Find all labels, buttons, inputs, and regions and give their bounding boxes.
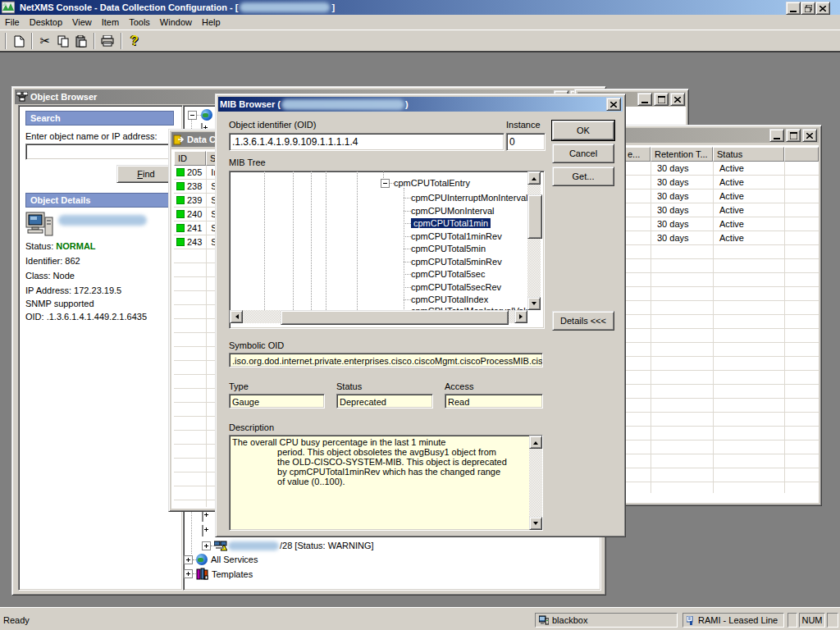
mib-tree-item[interactable]: cpmCPUInterruptMonIntervalV (404, 193, 527, 203)
redacted-node-name (281, 99, 404, 110)
table-row[interactable]: 30 days (657, 219, 689, 229)
dci-row[interactable]: 238S (176, 181, 217, 191)
scroll-up-button[interactable] (529, 436, 542, 449)
connection-icon (687, 616, 696, 625)
main-title: NetXMS Console - Data Collection Configu… (20, 2, 238, 12)
mib-tree-item[interactable]: cpmCPUMonInterval (404, 206, 494, 216)
table-row[interactable]: 30 days (657, 177, 689, 187)
dci-row[interactable]: 239S (176, 195, 217, 205)
table-row[interactable]: 30 days (657, 233, 689, 243)
rt-close-button[interactable] (802, 129, 817, 142)
column-header-empty (784, 147, 819, 162)
mib-tree-item-selected[interactable]: cpmCPUTotal1min (404, 218, 491, 228)
table-row[interactable]: 30 days (657, 205, 689, 215)
scroll-left-button[interactable] (230, 310, 243, 323)
collapse-icon[interactable] (381, 179, 390, 188)
description-label: Description (229, 422, 274, 432)
data-collection-title: Data C (187, 135, 216, 144)
mib-tree-item[interactable]: cpmCPUTotal5min (404, 244, 486, 253)
instance-input[interactable] (506, 133, 546, 151)
help-button[interactable]: ? (126, 32, 144, 50)
mib-node-label: cpmCPUInterruptMonIntervalV (411, 193, 527, 203)
mib-tree-item[interactable]: cpmCPUTotal5minRev (404, 257, 502, 267)
mib-tree-hscrollbar[interactable] (230, 310, 527, 323)
close-button[interactable] (815, 2, 830, 15)
mib-tree-item[interactable]: cpmCPUTotal5sec (404, 269, 485, 279)
search-input[interactable] (25, 144, 176, 160)
dci-row[interactable]: 243S (176, 237, 217, 247)
restore-button[interactable] (801, 2, 815, 15)
mib-tree-parent[interactable]: cpmCPUTotalEntry (381, 178, 470, 188)
rt-maximize-button[interactable] (786, 129, 801, 142)
expand-icon[interactable] (184, 555, 193, 564)
scroll-thumb[interactable] (527, 194, 542, 239)
node-snmp: SNMP supported (25, 299, 94, 308)
menu-desktop[interactable]: Desktop (25, 16, 67, 29)
scroll-thumb[interactable] (281, 310, 509, 325)
mib-tree-vscrollbar[interactable] (527, 171, 541, 310)
new-document-button[interactable] (10, 32, 29, 50)
oid-input[interactable] (229, 133, 504, 151)
menu-item[interactable]: Item (97, 16, 124, 29)
description-vscrollbar[interactable] (529, 436, 542, 530)
paste-button[interactable] (72, 32, 90, 50)
status-led-icon (176, 196, 185, 204)
bw-maximize-button[interactable] (654, 93, 669, 106)
find-button[interactable]: Find (116, 165, 176, 183)
toolbar-separator (94, 33, 95, 49)
bw-minimize-button[interactable] (637, 93, 652, 106)
rt-minimize-button[interactable] (769, 129, 784, 142)
bw-close-button[interactable] (670, 93, 685, 106)
main-title-suffix: ] (331, 2, 335, 12)
column-header-id[interactable]: ID (174, 151, 206, 166)
collapse-icon[interactable] (188, 111, 197, 120)
mib-tree-item[interactable]: cpmCPUTotalIndex (404, 294, 488, 304)
help-icon: ? (130, 34, 139, 48)
expand-icon[interactable] (184, 569, 193, 578)
tree-row-subnet-warning[interactable]: /28 [Status: WARNING] (202, 540, 374, 551)
mib-node-label: cpmCPUTotal1min (411, 218, 491, 228)
menu-tools[interactable]: Tools (124, 16, 155, 29)
all-services-icon (196, 554, 208, 565)
mib-tree-item[interactable]: cpmCPUTotal1minRev (404, 231, 502, 241)
cut-button[interactable]: ✂ (36, 32, 54, 50)
details-button[interactable]: Details <<< (552, 311, 614, 331)
mib-close-button[interactable] (606, 98, 621, 111)
menu-view[interactable]: View (67, 16, 97, 29)
status-led-icon (176, 168, 185, 176)
redacted-node-name (58, 215, 147, 226)
menu-window[interactable]: Window (155, 16, 197, 29)
symbolic-oid-label: Symbolic OID (229, 340, 284, 350)
scroll-down-button[interactable] (529, 517, 542, 530)
expand-icon[interactable] (202, 541, 211, 550)
menu-file[interactable]: File (0, 16, 25, 29)
get-button[interactable]: Get... (552, 167, 614, 186)
print-button[interactable] (98, 32, 116, 50)
column-header-status[interactable]: Status (713, 147, 784, 162)
scroll-right-button[interactable] (514, 310, 527, 323)
dci-row[interactable]: 241S (176, 223, 217, 233)
minimize-button[interactable] (786, 2, 801, 15)
tree-root-row[interactable] (188, 109, 212, 121)
mib-tree-item[interactable]: cpmCPUTotal5secRev (404, 282, 501, 292)
table-cell: Active (719, 163, 744, 173)
dci-row[interactable]: 205In (176, 167, 219, 177)
scroll-down-button[interactable] (527, 297, 541, 310)
copy-button[interactable] (54, 32, 72, 50)
node-computer-icon (25, 211, 53, 239)
find-button-label: ind (143, 169, 155, 179)
column-header-retention[interactable]: Retention T... (651, 147, 713, 162)
cancel-button[interactable]: Cancel (552, 144, 614, 163)
tree-expand-row[interactable] (202, 511, 203, 521)
tree-row-all-services[interactable]: All Services (184, 554, 258, 565)
statusbar-ready: Ready (3, 615, 30, 625)
table-row[interactable]: 30 days (657, 163, 689, 173)
table-row[interactable]: 30 days (657, 191, 689, 201)
statusbar-connection-panel: RAMI - Leased Line (682, 613, 784, 628)
scroll-up-button[interactable] (527, 171, 541, 185)
menu-help[interactable]: Help (197, 16, 226, 29)
ok-button[interactable]: OK (552, 121, 614, 140)
tree-expand-row[interactable] (202, 526, 203, 536)
dci-row[interactable]: 240S (176, 209, 217, 219)
tree-row-templates[interactable]: Templates (184, 568, 253, 580)
